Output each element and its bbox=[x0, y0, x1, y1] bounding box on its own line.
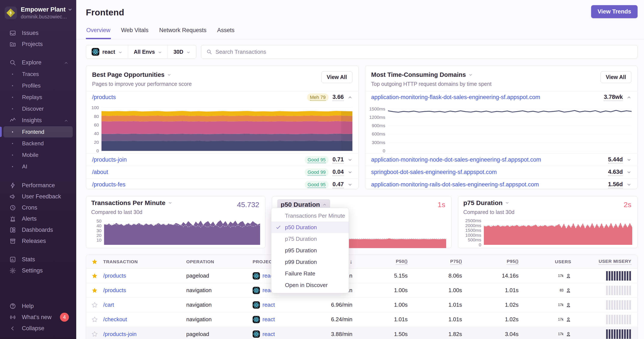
sidebar-item-crons[interactable]: Crons bbox=[0, 202, 76, 213]
menu-item-failure-rate[interactable]: Failure Rate bbox=[271, 268, 349, 279]
sidebar-item-ai[interactable]: AI bbox=[4, 161, 73, 172]
environment-filter[interactable]: All Envs bbox=[128, 45, 168, 58]
opportunity-value[interactable]: 3.66 bbox=[332, 94, 344, 101]
menu-item-p99[interactable]: p99 Duration bbox=[271, 256, 349, 268]
p95-cell: 1.02s bbox=[505, 316, 518, 323]
domain-link[interactable]: application-monitoring-flask-dot-sales-e… bbox=[371, 94, 540, 101]
chevron-down-icon[interactable] bbox=[505, 201, 509, 205]
sidebar-item-settings[interactable]: Settings bbox=[0, 265, 76, 276]
sidebar-item-user-feedback[interactable]: User Feedback bbox=[0, 191, 76, 202]
time-spent-value[interactable]: 3.78wk bbox=[604, 94, 623, 101]
column-header-p95[interactable]: P95() bbox=[507, 259, 518, 265]
sidebar-item-performance[interactable]: Performance bbox=[0, 180, 76, 191]
sidebar-item-issues[interactable]: Issues bbox=[0, 27, 76, 38]
project-link[interactable]: react bbox=[262, 302, 275, 308]
row-expand-chevron[interactable] bbox=[627, 182, 631, 187]
page-link[interactable]: /products-join bbox=[92, 156, 127, 163]
sidebar-item-whats-new[interactable]: What's new 4 bbox=[0, 312, 76, 323]
star-toggle[interactable] bbox=[92, 273, 98, 279]
date-range-filter[interactable]: 30D bbox=[168, 45, 196, 58]
time-spent-value[interactable]: 5.44d bbox=[608, 156, 623, 164]
react-project-icon bbox=[253, 316, 260, 323]
view-all-button[interactable]: View All bbox=[600, 71, 631, 83]
view-all-button[interactable]: View All bbox=[321, 71, 352, 83]
star-column-icon[interactable] bbox=[92, 259, 98, 265]
check-icon bbox=[276, 236, 281, 242]
sidebar-item-profiles[interactable]: Profiles bbox=[4, 80, 73, 91]
page-link[interactable]: /products-fes bbox=[92, 181, 126, 188]
menu-item-p50[interactable]: p50 Duration bbox=[271, 222, 349, 233]
transaction-link[interactable]: /checkout bbox=[103, 316, 186, 323]
page-link[interactable]: /products bbox=[92, 94, 116, 101]
star-toggle[interactable] bbox=[92, 302, 98, 308]
tab-assets[interactable]: Assets bbox=[217, 27, 235, 39]
row-expand-chevron[interactable] bbox=[348, 170, 352, 175]
transaction-link[interactable]: /products-join bbox=[103, 331, 186, 338]
row-expand-chevron[interactable] bbox=[348, 158, 352, 162]
sidebar-item-releases[interactable]: Releases bbox=[0, 235, 76, 247]
sidebar-group-insights[interactable]: Insights bbox=[0, 115, 76, 126]
transaction-link[interactable]: /products bbox=[103, 273, 186, 279]
menu-item-p75[interactable]: p75 Duration bbox=[271, 233, 349, 245]
react-project-icon bbox=[92, 48, 99, 56]
tab-network-requests[interactable]: Network Requests bbox=[159, 27, 207, 39]
card-title: Most Time-Consuming Domains bbox=[371, 71, 466, 78]
row-expand-chevron[interactable] bbox=[627, 170, 631, 175]
row-expand-chevron[interactable] bbox=[348, 95, 352, 100]
domain-link[interactable]: application-monitoring-rails-dot-sales-e… bbox=[371, 181, 539, 188]
search-input[interactable] bbox=[216, 48, 632, 55]
view-trends-button[interactable]: View Trends bbox=[591, 5, 638, 18]
sidebar-item-stats[interactable]: Stats bbox=[0, 254, 76, 265]
project-filter[interactable]: react bbox=[86, 45, 128, 58]
page_scores-chart bbox=[102, 105, 352, 151]
sidebar-item-projects[interactable]: Projects bbox=[0, 38, 76, 50]
star-toggle[interactable] bbox=[92, 316, 98, 323]
sidebar-item-collapse[interactable]: Collapse bbox=[0, 323, 76, 334]
domain-link[interactable]: application-monitoring-node-dot-sales-en… bbox=[371, 156, 541, 163]
menu-item-p95[interactable]: p95 Duration bbox=[271, 245, 349, 256]
sidebar-item-replays[interactable]: Replays bbox=[4, 92, 73, 103]
sidebar-item-dashboards[interactable]: Dashboards bbox=[0, 224, 76, 235]
org-switcher[interactable]: Empower Plant dominik.buszowiec… bbox=[0, 5, 76, 22]
sidebar-item-frontend[interactable]: Frontend bbox=[4, 126, 73, 137]
score-badge[interactable]: Meh 79 bbox=[307, 93, 329, 101]
project-link[interactable]: react bbox=[262, 316, 275, 323]
star-toggle[interactable] bbox=[92, 331, 98, 337]
chevron-down-icon[interactable] bbox=[468, 73, 473, 77]
sidebar-group-explore[interactable]: Explore bbox=[0, 57, 76, 68]
sidebar-item-alerts[interactable]: Alerts bbox=[0, 213, 76, 224]
star-toggle[interactable] bbox=[92, 287, 98, 294]
sidebar-item-mobile[interactable]: Mobile bbox=[4, 149, 73, 161]
tab-overview[interactable]: Overview bbox=[86, 27, 111, 39]
row-expand-chevron[interactable] bbox=[627, 158, 631, 162]
time-spent-value[interactable]: 4.63d bbox=[608, 169, 623, 176]
chevron-down-icon[interactable] bbox=[168, 201, 172, 205]
opportunity-value[interactable]: 0.04 bbox=[332, 169, 344, 176]
sidebar-item-help[interactable]: Help bbox=[0, 301, 76, 312]
domain-link[interactable]: springboot-dot-sales-engineering-sf.apps… bbox=[371, 169, 497, 175]
score-badge[interactable]: Good 99 bbox=[305, 168, 329, 176]
sidebar-item-traces[interactable]: Traces bbox=[4, 68, 73, 80]
sidebar-item-backend[interactable]: Backend bbox=[4, 138, 73, 149]
score-badge[interactable]: Good 95 bbox=[305, 156, 329, 164]
sidebar-item-discover[interactable]: Discover bbox=[4, 103, 73, 114]
column-header-p75[interactable]: P75() bbox=[450, 259, 462, 265]
transaction-link[interactable]: /cart bbox=[103, 302, 186, 308]
column-header-p50[interactable]: P50() bbox=[396, 259, 408, 265]
row-expand-chevron[interactable] bbox=[348, 182, 352, 187]
project-link[interactable]: react bbox=[262, 331, 275, 338]
opportunity-value[interactable]: 0.47 bbox=[332, 181, 344, 188]
tab-web-vitals[interactable]: Web Vitals bbox=[121, 27, 149, 39]
menu-item-tpm[interactable]: Transactions Per Minute bbox=[271, 210, 349, 222]
user-misery-cell bbox=[606, 315, 637, 324]
score-badge[interactable]: Good 95 bbox=[305, 181, 329, 189]
page-link[interactable]: /about bbox=[92, 169, 108, 175]
column-header-user-misery[interactable]: USER MISERY bbox=[598, 259, 631, 265]
card-subtitle: Pages to improve your performance score bbox=[92, 81, 321, 87]
time-spent-value[interactable]: 1.56d bbox=[608, 181, 623, 188]
menu-item-open-discover[interactable]: Open in Discover bbox=[271, 279, 349, 291]
opportunity-value[interactable]: 0.71 bbox=[332, 156, 344, 164]
transaction-link[interactable]: /products bbox=[103, 287, 186, 294]
row-expand-chevron[interactable] bbox=[627, 95, 631, 100]
chevron-down-icon[interactable] bbox=[167, 73, 171, 77]
